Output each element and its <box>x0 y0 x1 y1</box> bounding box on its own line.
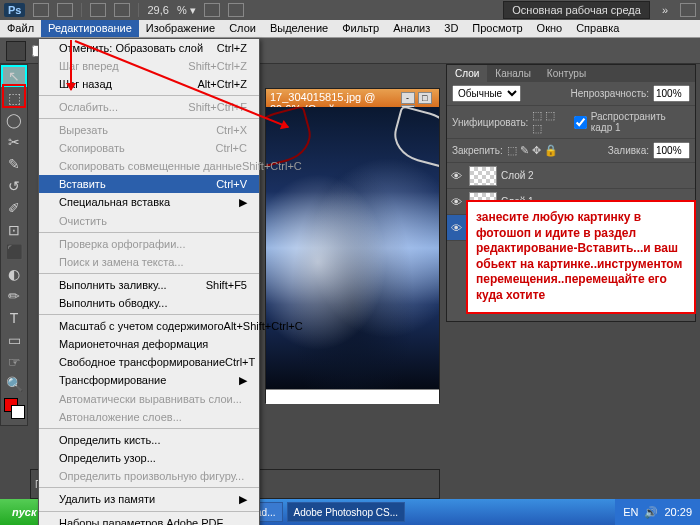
layer-row[interactable]: 👁Слой 2 <box>447 163 695 189</box>
unify-label: Унифицировать: <box>452 117 528 128</box>
tool-8[interactable]: ⬛ <box>1 241 27 263</box>
menuitem[interactable]: Отменить: Образовать слойCtrl+Z <box>39 39 259 57</box>
tool-2[interactable]: ◯ <box>1 109 27 131</box>
opacity-label: Непрозрачность: <box>570 88 649 99</box>
arrange-icon[interactable] <box>114 3 130 17</box>
bridge-icon[interactable] <box>33 3 49 17</box>
system-tray: EN 🔊 20:29 <box>615 499 700 525</box>
visibility-icon[interactable]: 👁 <box>451 170 465 182</box>
menuitem: Автоматически выравнивать слои... <box>39 390 259 408</box>
tool-7[interactable]: ⊡ <box>1 219 27 241</box>
menuitem: Автоналожение слоев... <box>39 408 259 426</box>
document-statusbar <box>266 389 439 404</box>
chevron-icon[interactable]: » <box>662 4 668 16</box>
menubar: ФайлРедактированиеИзображениеСлоиВыделен… <box>0 20 700 38</box>
annotation-arrow <box>70 40 72 90</box>
menuitem[interactable]: Определить кисть... <box>39 431 259 449</box>
propagate-checkbox[interactable] <box>574 116 587 129</box>
move-tool-icon <box>6 41 26 61</box>
menuitem[interactable]: Марионеточная деформация <box>39 335 259 353</box>
screenmode-icon[interactable] <box>90 3 106 17</box>
menuitem[interactable]: Наборы параметров Adobe PDF... <box>39 514 259 525</box>
menu-фильтр[interactable]: Фильтр <box>335 20 386 37</box>
cslive-icon[interactable] <box>680 3 696 17</box>
menu-анализ[interactable]: Анализ <box>386 20 437 37</box>
panel-tab-Слои[interactable]: Слои <box>447 65 487 82</box>
minibridge-icon[interactable] <box>57 3 73 17</box>
menu-изображение[interactable]: Изображение <box>139 20 222 37</box>
tool-9[interactable]: ◐ <box>1 263 27 285</box>
menu-слои[interactable]: Слои <box>222 20 263 37</box>
opacity-input[interactable] <box>653 85 690 102</box>
tool-5[interactable]: ↺ <box>1 175 27 197</box>
propagate-label: Распространить кадр 1 <box>591 111 690 133</box>
annotation-note: занесите любую картинку в фотошоп и идит… <box>466 200 696 314</box>
tool-11[interactable]: T <box>1 307 27 329</box>
maximize-button[interactable]: □ <box>418 92 432 104</box>
menuitem: Определить произвольную фигуру... <box>39 467 259 485</box>
app-titlebar: Ps 29,6% ▾ Основная рабочая среда » <box>0 0 700 20</box>
tool-13[interactable]: ☞ <box>1 351 27 373</box>
edit-menu-dropdown: Отменить: Образовать слойCtrl+ZШаг впере… <box>38 38 260 525</box>
layer-name: Слой 2 <box>501 170 534 181</box>
clock: 20:29 <box>664 506 692 518</box>
blend-mode-select[interactable]: Обычные <box>452 85 521 102</box>
hand-icon[interactable] <box>204 3 220 17</box>
menu-выделение[interactable]: Выделение <box>263 20 335 37</box>
tray-icon[interactable]: 🔊 <box>644 506 658 519</box>
fill-input[interactable] <box>653 142 690 159</box>
annotation-highlight <box>2 84 26 108</box>
menuitem[interactable]: Специальная вставка▶ <box>39 193 259 212</box>
menuitem[interactable]: Удалить из памяти▶ <box>39 490 259 509</box>
menuitem: Поиск и замена текста... <box>39 253 259 271</box>
menu-3d[interactable]: 3D <box>437 20 465 37</box>
menuitem[interactable]: Определить узор... <box>39 449 259 467</box>
menuitem[interactable]: Свободное трансформированиеCtrl+T <box>39 353 259 371</box>
menu-окно[interactable]: Окно <box>530 20 570 37</box>
tool-14[interactable]: 🔍 <box>1 373 27 395</box>
tool-3[interactable]: ✂ <box>1 131 27 153</box>
toolbox: ↖⬚◯✂✎↺✐⊡⬛◐✏T▭☞🔍 <box>0 64 28 426</box>
menuitem: ВырезатьCtrl+X <box>39 121 259 139</box>
minimize-button[interactable]: - <box>401 92 415 104</box>
panel-tab-Контуры[interactable]: Контуры <box>539 65 594 82</box>
menuitem[interactable]: Масштаб с учетом содержимогоAlt+Shift+Ct… <box>39 317 259 335</box>
menu-справка[interactable]: Справка <box>569 20 626 37</box>
menu-редактирование[interactable]: Редактирование <box>41 20 139 37</box>
visibility-icon[interactable]: 👁 <box>451 222 465 234</box>
menuitem[interactable]: Трансформирование▶ <box>39 371 259 390</box>
panel-tab-Каналы[interactable]: Каналы <box>487 65 539 82</box>
tool-12[interactable]: ▭ <box>1 329 27 351</box>
menuitem[interactable]: ВставитьCtrl+V <box>39 175 259 193</box>
color-swatches[interactable] <box>1 395 27 425</box>
tool-6[interactable]: ✐ <box>1 197 27 219</box>
taskbar-task[interactable]: Adobe Photoshop CS... <box>287 502 406 522</box>
menuitem[interactable]: Выполнить обводку... <box>39 294 259 312</box>
window-buttons: - □ × <box>401 91 435 105</box>
fill-label: Заливка: <box>608 145 649 156</box>
menuitem: СкопироватьCtrl+C <box>39 139 259 157</box>
visibility-icon[interactable]: 👁 <box>451 196 465 208</box>
menu-просмотр[interactable]: Просмотр <box>465 20 529 37</box>
zoom-icon[interactable] <box>228 3 244 17</box>
zoom-value[interactable]: 29,6 <box>147 4 168 16</box>
menuitem: Скопировать совмещенные данныеShift+Ctrl… <box>39 157 259 175</box>
document-canvas[interactable] <box>266 107 439 389</box>
document-titlebar[interactable]: 17_304015815.jpg @ 29,6% (Слой... - □ × <box>266 89 439 107</box>
language-indicator[interactable]: EN <box>623 506 638 518</box>
menu-файл[interactable]: Файл <box>0 20 41 37</box>
workspace-switcher[interactable]: Основная рабочая среда <box>503 1 650 19</box>
tool-4[interactable]: ✎ <box>1 153 27 175</box>
menuitem[interactable]: Выполнить заливку...Shift+F5 <box>39 276 259 294</box>
document-title: 17_304015815.jpg @ 29,6% (Слой... <box>270 91 401 105</box>
ps-logo: Ps <box>4 3 25 17</box>
menuitem: Проверка орфографии... <box>39 235 259 253</box>
document-window: 17_304015815.jpg @ 29,6% (Слой... - □ × <box>265 88 440 403</box>
menuitem: Очистить <box>39 212 259 230</box>
panel-tabs: СлоиКаналыКонтуры <box>447 65 695 82</box>
layer-thumb <box>469 166 497 186</box>
lock-label: Закрепить: <box>452 145 503 156</box>
tool-10[interactable]: ✏ <box>1 285 27 307</box>
